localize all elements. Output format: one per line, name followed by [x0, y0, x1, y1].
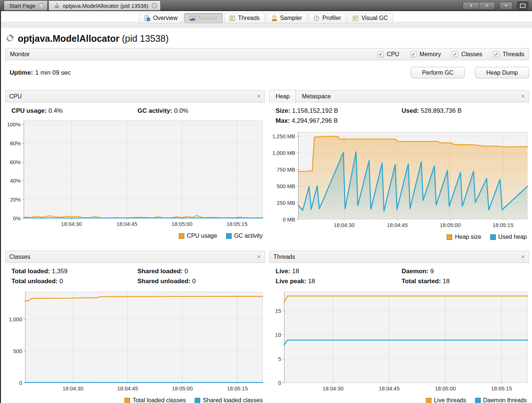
- svg-text:1,000 MB: 1,000 MB: [272, 150, 295, 156]
- window-tab-bar: Start Page ✕ optjava.ModelAllocator (pid…: [0, 0, 532, 11]
- tab-metaspace[interactable]: Metaspace: [296, 91, 337, 102]
- tab-sampler-label: Sampler: [280, 15, 302, 21]
- cpu-chart: 0%20%40%60%80%100%18:04:3018:04:4518:05:…: [5, 118, 265, 231]
- tab-overview[interactable]: i Overview: [139, 13, 183, 23]
- svg-text:0%: 0%: [13, 216, 21, 221]
- svg-text:18:05:00: 18:05:00: [435, 386, 456, 392]
- legend-swatch-orange: [447, 234, 452, 240]
- svg-text:18:05:00: 18:05:00: [172, 386, 192, 392]
- svg-text:40%: 40%: [10, 178, 21, 184]
- cpu-checkbox-label: CPU: [387, 51, 399, 58]
- close-icon[interactable]: ✕: [521, 94, 525, 99]
- tab-monitor-label: Monitor: [198, 15, 218, 21]
- heap-stats: Size: 1,158,152,192 B Used: 528,893,736 …: [269, 102, 529, 126]
- svg-text:0 MB: 0 MB: [283, 217, 295, 223]
- svg-text:18:04:45: 18:04:45: [387, 222, 407, 228]
- stat-live: Live: 18: [276, 268, 402, 275]
- svg-text:500 MB: 500 MB: [277, 183, 295, 189]
- svg-text:5: 5: [278, 356, 281, 362]
- tab-start-page[interactable]: Start Page ✕: [4, 0, 48, 10]
- heap-dump-button[interactable]: Heap Dump: [475, 67, 529, 78]
- svg-text:18:04:30: 18:04:30: [334, 222, 354, 228]
- threads-panel: Threads ✕ Live: 18 Daemon: 9 Live peak: …: [269, 251, 529, 403]
- svg-text:60%: 60%: [10, 159, 21, 165]
- maximize-button[interactable]: [517, 1, 528, 10]
- java-icon: [54, 2, 60, 9]
- page-header: optjava.ModelAllocator (pid 13538): [6, 33, 532, 44]
- tab-model-allocator-label: optjava.ModelAllocator (pid 13538): [63, 3, 149, 9]
- stat-daemon: Daemon: 9: [402, 268, 528, 275]
- tab-threads-label: Threads: [238, 15, 260, 21]
- svg-text:0: 0: [19, 380, 22, 386]
- close-icon[interactable]: ✕: [151, 3, 157, 9]
- tab-visual-gc[interactable]: Visual GC: [347, 13, 393, 23]
- stat-cpu-usage: CPU usage: 0.4%: [11, 107, 137, 115]
- close-icon[interactable]: ✕: [257, 94, 261, 99]
- close-icon[interactable]: ✕: [521, 254, 525, 260]
- checkbox-item-threads: ✓ Threads: [493, 51, 524, 58]
- threads-panel-header: Threads ✕: [269, 251, 529, 263]
- classes-chart-svg: 05001,00018:04:3018:04:4518:05:0018:05:1…: [5, 288, 264, 394]
- svg-text:1,250 MB: 1,250 MB: [272, 133, 295, 139]
- classes-panel-header: Classes ✕: [5, 251, 265, 263]
- close-icon[interactable]: ✕: [38, 3, 44, 9]
- monitor-panels-grid: CPU ✕ CPU usage: 0.4% GC activity: 0.0% …: [5, 90, 529, 403]
- svg-text:20%: 20%: [10, 197, 21, 203]
- svg-text:18:05:00: 18:05:00: [171, 221, 192, 227]
- visual-gc-icon: [352, 15, 359, 21]
- tab-sampler[interactable]: Sampler: [266, 13, 307, 23]
- svg-text:10: 10: [275, 332, 281, 338]
- svg-text:1,000: 1,000: [9, 316, 22, 322]
- svg-text:100%: 100%: [7, 122, 21, 128]
- stat-total-unloaded: Total unloaded: 0: [11, 278, 137, 285]
- legend-item: GC activity: [226, 233, 263, 239]
- tab-profiler[interactable]: Profiler: [308, 13, 346, 23]
- tab-list-dropdown-button[interactable]: [499, 2, 513, 10]
- legend-label: Shared loaded classes: [203, 397, 263, 403]
- classes-chart: 05001,00018:04:3018:04:4518:05:0018:05:1…: [5, 288, 265, 395]
- legend-item: Total loaded classes: [125, 397, 186, 403]
- threads-checkbox[interactable]: ✓: [493, 51, 499, 57]
- overview-icon: i: [144, 15, 150, 21]
- tab-monitor[interactable]: Monitor: [184, 13, 223, 23]
- svg-text:750 MB: 750 MB: [277, 167, 295, 173]
- threads-chart: 05101518:04:3018:04:4518:05:0018:05:15: [269, 288, 529, 395]
- heap-legend: Heap size Used heap: [269, 232, 529, 240]
- legend-label: Heap size: [455, 234, 481, 240]
- tab-model-allocator[interactable]: optjava.ModelAllocator (pid 13538) ✕: [48, 0, 161, 10]
- legend-swatch-blue: [475, 398, 481, 403]
- legend-swatch-orange: [125, 398, 130, 403]
- threads-legend: Live threads Daemon threads: [269, 395, 529, 403]
- legend-swatch-blue: [226, 233, 232, 239]
- perform-gc-button[interactable]: Perform GC: [411, 67, 465, 78]
- classes-panel-title: Classes: [9, 254, 30, 260]
- classes-legend: Total loaded classes Shared loaded class…: [5, 395, 265, 403]
- heap-panel-header: Heap Metaspace ✕: [269, 90, 529, 102]
- forward-button[interactable]: [479, 2, 495, 10]
- heap-chart-svg: 0 MB250 MB500 MB750 MB1,000 MB1,250 MB18…: [269, 128, 529, 230]
- svg-text:15: 15: [275, 308, 281, 314]
- legend-item: Heap size: [447, 234, 481, 240]
- close-icon[interactable]: ✕: [257, 254, 261, 260]
- cpu-checkbox[interactable]: ✓: [378, 51, 384, 57]
- svg-text:0: 0: [278, 380, 281, 386]
- profiler-icon: [313, 15, 320, 21]
- svg-text:18:04:30: 18:04:30: [323, 386, 343, 392]
- cpu-legend: CPU usage GC activity: [5, 231, 265, 239]
- classes-checkbox[interactable]: ✓: [452, 51, 458, 57]
- tab-heap[interactable]: Heap: [269, 90, 296, 103]
- view-toolbar: i Overview Monitor Threads: [0, 11, 532, 27]
- memory-checkbox[interactable]: ✓: [410, 51, 417, 57]
- stat-total-started: Total started: 18: [402, 278, 528, 285]
- legend-label: Total loaded classes: [133, 397, 186, 403]
- application-spinner-icon: [6, 34, 14, 44]
- checkbox-item-memory: ✓ Memory: [410, 51, 441, 58]
- legend-item: CPU usage: [179, 233, 217, 239]
- svg-text:80%: 80%: [10, 140, 21, 146]
- svg-text:18:05:00: 18:05:00: [440, 222, 460, 228]
- stat-shared-loaded: Shared loaded: 0: [137, 268, 263, 275]
- tab-threads[interactable]: Threads: [224, 13, 265, 23]
- back-button[interactable]: [463, 2, 479, 10]
- classes-checkbox-label: Classes: [461, 51, 482, 58]
- forward-arrow-icon: [485, 4, 489, 7]
